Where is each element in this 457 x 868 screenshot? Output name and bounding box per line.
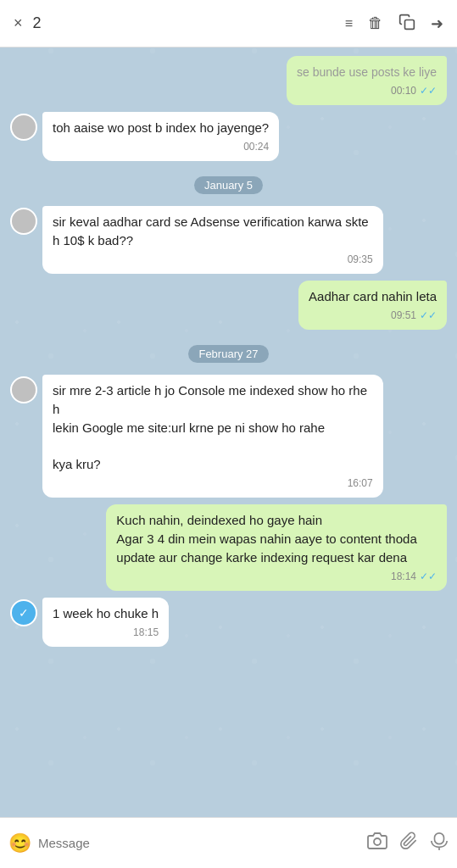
camera-icon[interactable]: [367, 831, 387, 856]
message-text: toh aaise wo post b index ho jayenge?: [53, 120, 269, 135]
message-row: ✓ 1 week ho chuke h 18:15: [10, 598, 447, 647]
date-separator: January 5: [10, 176, 447, 194]
close-icon[interactable]: ×: [14, 14, 23, 32]
mic-icon[interactable]: [430, 832, 449, 855]
message-text: 1 week ho chuke h: [53, 606, 159, 620]
message-bubble: Kuch nahin, deindexed ho gaye hainAgar 3…: [106, 504, 447, 591]
date-separator: February 27: [10, 345, 447, 363]
message-input[interactable]: [38, 827, 360, 860]
message-time: 09:51: [391, 309, 416, 323]
chat-area: se bunde use posts ke liye 00:10 ✓✓ toh …: [0, 47, 457, 817]
message-row: toh aaise wo post b index ho jayenge? 00…: [10, 112, 447, 161]
emoji-icon[interactable]: 😊: [8, 832, 31, 854]
message-row: Kuch nahin, deindexed ho gaye hainAgar 3…: [10, 504, 447, 591]
copy-icon[interactable]: [398, 14, 415, 34]
message-time: 00:10: [391, 84, 416, 98]
svg-rect-0: [405, 19, 415, 29]
message-tick: ✓✓: [420, 84, 437, 98]
bottombar-icons: [367, 831, 449, 856]
message-tick: ✓✓: [420, 570, 437, 584]
avatar: [10, 376, 37, 403]
message-time: 00:24: [243, 140, 269, 154]
message-bubble: 1 week ho chuke h 18:15: [42, 598, 169, 647]
svg-rect-2: [435, 832, 444, 843]
message-bubble: se bunde use posts ke liye 00:10 ✓✓: [287, 56, 447, 105]
topbar-left: × 2: [14, 14, 42, 32]
topbar: × 2 ≡ 🗑 ➜: [0, 0, 457, 47]
message-time: 18:15: [133, 626, 159, 640]
menu-icon[interactable]: ≡: [345, 16, 353, 31]
message-text: Kuch nahin, deindexed ho gaye hainAgar 3…: [116, 513, 416, 565]
topbar-right: ≡ 🗑 ➜: [345, 14, 443, 34]
message-row: se bunde use posts ke liye 00:10 ✓✓: [10, 56, 447, 105]
delete-icon[interactable]: 🗑: [368, 14, 383, 32]
message-time: 16:07: [348, 476, 373, 491]
svg-point-1: [374, 838, 381, 845]
message-bubble: sir mre 2-3 article h jo Console me inde…: [42, 375, 383, 498]
message-count: 2: [33, 14, 42, 32]
message-time: 09:35: [348, 253, 373, 267]
message-bubble: sir keval aadhar card se Adsense verific…: [42, 206, 383, 274]
message-text: sir keval aadhar card se Adsense verific…: [53, 214, 369, 248]
bottombar: 😊: [0, 817, 457, 868]
avatar: [10, 208, 37, 235]
message-time: 18:14: [391, 570, 416, 584]
date-label: February 27: [188, 345, 268, 363]
message-tick: ✓✓: [420, 309, 437, 323]
message-row: Aadhar card nahin leta 09:51 ✓✓: [10, 281, 447, 330]
message-bubble: Aadhar card nahin leta 09:51 ✓✓: [298, 281, 447, 330]
message-row: sir keval aadhar card se Adsense verific…: [10, 206, 447, 274]
avatar: [10, 114, 37, 141]
message-text: Aadhar card nahin leta: [309, 289, 437, 303]
message-text: sir mre 2-3 article h jo Console me inde…: [53, 383, 367, 471]
message-row: sir mre 2-3 article h jo Console me inde…: [10, 375, 447, 498]
attach-icon[interactable]: [399, 832, 418, 855]
avatar: ✓: [10, 599, 37, 626]
message-text: se bunde use posts ke liye: [297, 65, 437, 79]
date-label: January 5: [194, 176, 263, 194]
forward-icon[interactable]: ➜: [431, 14, 443, 33]
message-bubble: toh aaise wo post b index ho jayenge? 00…: [42, 112, 279, 161]
